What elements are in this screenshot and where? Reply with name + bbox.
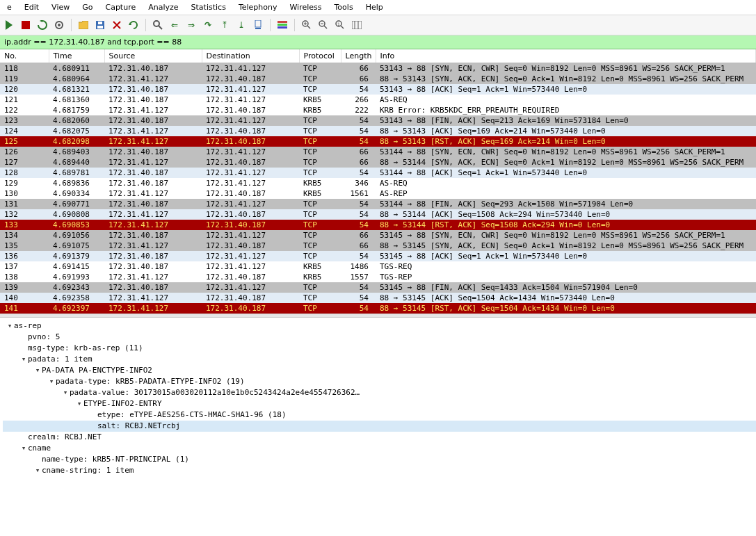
- col-destination[interactable]: Destination: [202, 49, 299, 63]
- menu-view[interactable]: View: [46, 1, 75, 13]
- svg-rect-15: [352, 21, 362, 29]
- packet-row[interactable]: 1244.682075172.31.41.127172.31.40.187TCP…: [0, 126, 756, 136]
- packet-row[interactable]: 1414.692397172.31.41.127172.31.40.187TCP…: [0, 303, 756, 314]
- col-source[interactable]: Source: [104, 49, 202, 63]
- tree-pvno[interactable]: pvno: 5: [3, 332, 756, 343]
- packet-row[interactable]: 1264.689403172.31.40.187172.31.41.127TCP…: [0, 147, 756, 157]
- packet-row[interactable]: 1214.681360172.31.40.187172.31.41.127KRB…: [0, 95, 756, 105]
- menu-e[interactable]: e: [1, 1, 17, 13]
- packet-row[interactable]: 1364.691379172.31.40.187172.31.41.127TCP…: [0, 251, 756, 261]
- menu-telephony[interactable]: Telephony: [233, 1, 283, 13]
- svg-point-6: [154, 21, 159, 26]
- zoom-out-icon[interactable]: [316, 17, 331, 33]
- menu-go[interactable]: Go: [77, 1, 98, 13]
- col-no[interactable]: No.: [0, 49, 49, 63]
- tree-etype-info2-entry[interactable]: ▾ETYPE-INFO2-ENTRY: [3, 398, 756, 409]
- col-length[interactable]: Length: [341, 49, 376, 63]
- tree-label: cname: [28, 444, 51, 453]
- packet-row[interactable]: 1334.690853172.31.41.127172.31.40.187TCP…: [0, 220, 756, 230]
- packet-row[interactable]: 1204.681321172.31.40.187172.31.41.127TCP…: [0, 84, 756, 95]
- svg-rect-8: [278, 21, 287, 23]
- packet-row[interactable]: 1274.689440172.31.41.127172.31.40.187TCP…: [0, 157, 756, 168]
- packet-row[interactable]: 1354.691075172.31.41.127172.31.40.187TCP…: [0, 241, 756, 251]
- tree-salt[interactable]: salt: RCBJ.NETrcbj: [3, 421, 756, 432]
- go-back-icon[interactable]: ⇐: [167, 17, 182, 33]
- find-icon[interactable]: [150, 17, 166, 33]
- open-file-icon[interactable]: [76, 17, 91, 33]
- tree-name-type[interactable]: name-type: kRB5-NT-PRINCIPAL (1): [3, 454, 756, 465]
- disclosure-triangle-icon[interactable]: ▾: [47, 376, 56, 387]
- tree-padata-value[interactable]: ▾padata-value: 30173015a003020112a10e1b0…: [3, 387, 756, 398]
- svg-rect-10: [278, 26, 287, 29]
- go-first-icon[interactable]: ⤒: [217, 17, 232, 33]
- packet-row[interactable]: 1184.680911172.31.40.187172.31.41.127TCP…: [0, 63, 756, 74]
- col-time[interactable]: Time: [49, 49, 104, 63]
- display-filter-input[interactable]: [0, 35, 756, 49]
- packet-row[interactable]: 1294.689836172.31.40.187172.31.41.127KRB…: [0, 178, 756, 188]
- menu-wireless[interactable]: Wireless: [284, 1, 327, 13]
- packet-row[interactable]: 1384.691993172.31.41.127172.31.40.187KRB…: [0, 272, 756, 282]
- packet-row[interactable]: 1344.691056172.31.40.187172.31.41.127TCP…: [0, 230, 756, 241]
- packet-header-row[interactable]: No.TimeSourceDestinationProtocolLengthIn…: [0, 49, 756, 63]
- packet-row[interactable]: 1224.681759172.31.41.127172.31.40.187KRB…: [0, 105, 756, 115]
- separator: [270, 19, 271, 31]
- resize-columns-icon[interactable]: [349, 17, 364, 33]
- tree-crealm[interactable]: crealm: RCBJ.NET: [3, 432, 756, 443]
- stop-capture-icon[interactable]: [18, 17, 33, 33]
- tree-as-rep[interactable]: ▾as-rep: [3, 320, 756, 332]
- tree-msg-type[interactable]: msg-type: krb-as-rep (11): [3, 343, 756, 354]
- save-file-icon[interactable]: [93, 17, 108, 33]
- go-last-icon[interactable]: ⤓: [234, 17, 249, 33]
- zoom-in-icon[interactable]: [299, 17, 314, 33]
- disclosure-triangle-icon[interactable]: ▾: [19, 354, 28, 365]
- options-icon[interactable]: [51, 17, 67, 33]
- packet-row[interactable]: 1324.690808172.31.41.127172.31.40.187TCP…: [0, 209, 756, 220]
- packet-row[interactable]: 1234.682060172.31.40.187172.31.41.127TCP…: [0, 115, 756, 126]
- packet-details-tree[interactable]: ▾as-reppvno: 5msg-type: krb-as-rep (11)▾…: [0, 318, 756, 479]
- packet-row[interactable]: 1304.690334172.31.41.127172.31.40.187KRB…: [0, 188, 756, 199]
- col-protocol[interactable]: Protocol: [299, 49, 341, 63]
- packet-row[interactable]: 1394.692343172.31.40.187172.31.41.127TCP…: [0, 282, 756, 293]
- disclosure-triangle-icon[interactable]: ▾: [33, 365, 42, 376]
- packet-row[interactable]: 1254.682098172.31.41.127172.31.40.187TCP…: [0, 136, 756, 147]
- svg-rect-4: [97, 26, 103, 29]
- tree-label: name-type: kRB5-NT-PRINCIPAL (1): [42, 455, 189, 464]
- reload-icon[interactable]: [126, 17, 141, 33]
- col-info[interactable]: Info: [376, 49, 756, 63]
- menu-analyze[interactable]: Analyze: [143, 1, 184, 13]
- svg-rect-0: [22, 21, 30, 29]
- restart-capture-icon[interactable]: [35, 17, 50, 33]
- disclosure-triangle-icon[interactable]: ▾: [61, 387, 70, 398]
- packet-row[interactable]: 1314.690771172.31.40.187172.31.41.127TCP…: [0, 199, 756, 209]
- packet-row[interactable]: 1374.691415172.31.40.187172.31.41.127KRB…: [0, 261, 756, 272]
- go-forward-icon[interactable]: ⇒: [184, 17, 199, 33]
- tree-label: msg-type: krb-as-rep (11): [28, 343, 143, 352]
- packet-row[interactable]: 1284.689781172.31.40.187172.31.41.127TCP…: [0, 168, 756, 178]
- menu-tools[interactable]: Tools: [329, 1, 359, 13]
- separator: [294, 19, 295, 31]
- menu-statistics[interactable]: Statistics: [186, 1, 232, 13]
- tree-pa-data[interactable]: ▾PA-DATA PA-ENCTYPE-INFO2: [3, 365, 756, 376]
- svg-text:1: 1: [337, 22, 340, 26]
- menu-help[interactable]: Help: [360, 1, 389, 13]
- start-capture-icon[interactable]: [1, 17, 17, 33]
- tree-cname[interactable]: ▾cname: [3, 443, 756, 454]
- disclosure-triangle-icon[interactable]: ▾: [33, 465, 42, 476]
- close-file-icon[interactable]: [109, 17, 124, 33]
- tree-padata[interactable]: ▾padata: 1 item: [3, 354, 756, 365]
- disclosure-triangle-icon[interactable]: ▾: [6, 320, 14, 332]
- packet-row[interactable]: 1404.692358172.31.41.127172.31.40.187TCP…: [0, 293, 756, 303]
- zoom-reset-icon[interactable]: 1: [332, 17, 348, 33]
- menu-capture[interactable]: Capture: [99, 1, 141, 13]
- tree-etype[interactable]: etype: eTYPE-AES256-CTS-HMAC-SHA1-96 (18…: [3, 409, 756, 421]
- tree-padata-type[interactable]: ▾padata-type: kRB5-PADATA-ETYPE-INFO2 (1…: [3, 376, 756, 387]
- disclosure-triangle-icon[interactable]: ▾: [75, 398, 83, 409]
- menu-edit[interactable]: Edit: [19, 1, 45, 13]
- colorize-icon[interactable]: [275, 17, 290, 33]
- auto-scroll-icon[interactable]: [250, 17, 266, 33]
- tree-cname-string[interactable]: ▾cname-string: 1 item: [3, 465, 756, 476]
- disclosure-triangle-icon[interactable]: ▾: [19, 443, 28, 454]
- packet-row[interactable]: 1194.680964172.31.41.127172.31.40.187TCP…: [0, 74, 756, 84]
- packet-list[interactable]: No.TimeSourceDestinationProtocolLengthIn…: [0, 49, 756, 314]
- jump-to-icon[interactable]: ↷: [200, 17, 216, 33]
